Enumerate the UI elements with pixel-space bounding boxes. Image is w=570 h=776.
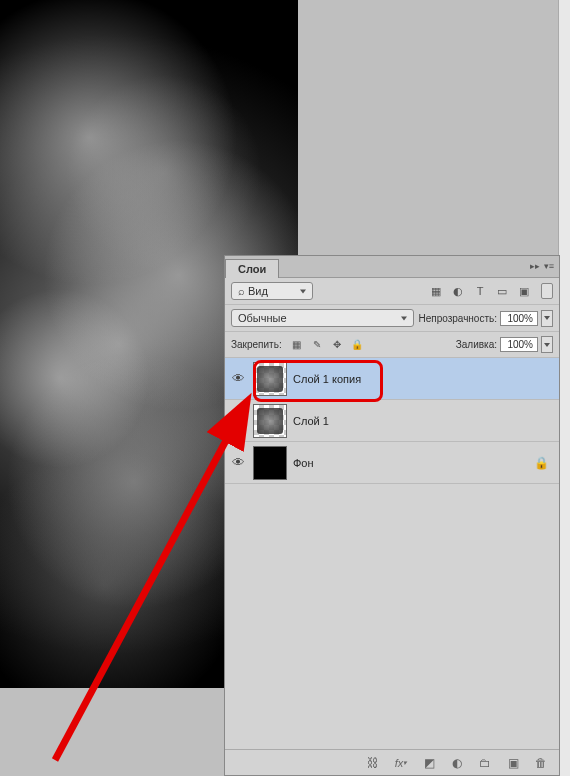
layer-visibility-toggle[interactable]: 👁 [229,455,247,470]
visibility-empty-icon [232,415,244,427]
lock-position-icon[interactable]: ✥ [330,338,344,352]
link-layers-icon[interactable]: ⛓ [365,755,381,771]
layer-item[interactable]: 👁 Слой 1 копия [225,358,559,400]
lock-transparency-icon[interactable]: ▦ [290,338,304,352]
layer-name[interactable]: Фон [293,457,314,469]
panel-menu-button[interactable]: ▸▸ ▾≡ [527,258,557,274]
new-layer-icon[interactable]: ▣ [505,755,521,771]
layer-thumbnail[interactable] [253,404,287,438]
layer-mask-icon[interactable]: ◩ [421,755,437,771]
filter-type-dropdown[interactable]: ⌕Вид [231,282,313,300]
search-icon: ⌕ [238,285,245,297]
filter-type-icon[interactable]: T [473,284,487,298]
blend-row: Обычные Непрозрачность: 100% [225,305,559,332]
opacity-label: Непрозрачность: [418,313,497,324]
collapse-icon: ▸▸ [530,261,540,271]
filter-shape-icon[interactable]: ▭ [495,284,509,298]
eye-icon: 👁 [232,455,245,470]
opacity-input[interactable]: 100% [500,311,538,326]
layer-lock-icon: 🔒 [534,456,549,470]
panel-tabbar: Слои ▸▸ ▾≡ [225,256,559,278]
filter-icons: ▦ ◐ T ▭ ▣ [429,284,531,298]
filter-pixel-icon[interactable]: ▦ [429,284,443,298]
fill-control: Заливка: 100% [456,336,553,353]
fill-dropdown-arrow[interactable] [541,336,553,353]
lock-paint-icon[interactable]: ✎ [310,338,324,352]
blend-mode-dropdown[interactable]: Обычные [231,309,414,327]
layer-thumbnail[interactable] [253,362,287,396]
layers-panel: Слои ▸▸ ▾≡ ⌕Вид ▦ ◐ T ▭ ▣ Обычные Непроз… [224,255,560,776]
menu-icon: ▾≡ [544,261,554,271]
lock-all-icon[interactable]: 🔒 [350,338,364,352]
layer-item[interactable]: 👁 Фон 🔒 [225,442,559,484]
tab-layers[interactable]: Слои [225,259,279,278]
filter-adjustment-icon[interactable]: ◐ [451,284,465,298]
layer-fx-icon[interactable]: fx▾ [393,755,409,771]
layers-list: 👁 Слой 1 копия Слой 1 👁 Фон 🔒 [225,358,559,749]
group-icon[interactable]: 🗀 [477,755,493,771]
layer-name[interactable]: Слой 1 копия [293,373,361,385]
filter-type-label: Вид [248,285,268,297]
layer-item[interactable]: Слой 1 [225,400,559,442]
layer-visibility-toggle[interactable] [229,415,247,427]
filter-smart-icon[interactable]: ▣ [517,284,531,298]
lock-label: Закрепить: [231,339,282,350]
adjustment-layer-icon[interactable]: ◐ [449,755,465,771]
eye-icon: 👁 [232,371,245,386]
fill-label: Заливка: [456,339,497,350]
layer-thumbnail[interactable] [253,446,287,480]
layer-visibility-toggle[interactable]: 👁 [229,371,247,386]
opacity-control: Непрозрачность: 100% [418,310,553,327]
filter-row: ⌕Вид ▦ ◐ T ▭ ▣ [225,278,559,305]
panel-footer: ⛓ fx▾ ◩ ◐ 🗀 ▣ 🗑 [225,749,559,775]
fill-input[interactable]: 100% [500,337,538,352]
filter-toggle[interactable] [541,283,553,299]
blend-mode-value: Обычные [238,312,287,324]
layer-name[interactable]: Слой 1 [293,415,329,427]
delete-layer-icon[interactable]: 🗑 [533,755,549,771]
lock-icons: ▦ ✎ ✥ 🔒 [290,338,364,352]
opacity-dropdown-arrow[interactable] [541,310,553,327]
lock-row: Закрепить: ▦ ✎ ✥ 🔒 Заливка: 100% [225,332,559,358]
